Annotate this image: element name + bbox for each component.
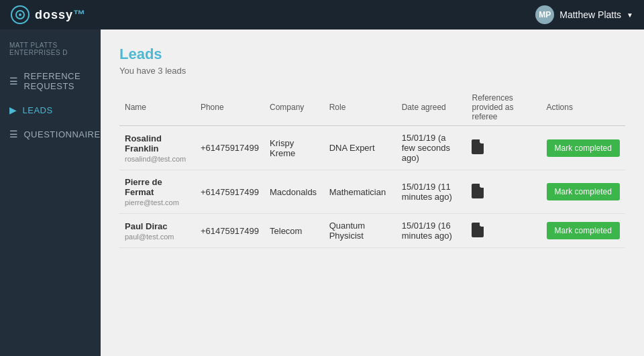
- cell-actions-0: Mark completed: [541, 126, 625, 170]
- page-title: Leads: [119, 46, 625, 63]
- user-name: Matthew Platts: [559, 9, 621, 20]
- cell-name-2: Paul Dirac paul@test.com: [119, 214, 195, 248]
- col-company: Company: [264, 89, 324, 126]
- cell-company-1: Macdonalds: [264, 170, 324, 214]
- list-icon: ☰: [9, 76, 19, 86]
- col-role: Role: [324, 89, 396, 126]
- cell-references-0: [466, 126, 541, 170]
- navbar: dossy™ MP Matthew Platts ▼: [0, 0, 644, 29]
- cell-phone-2: +61475917499: [195, 214, 264, 248]
- mark-completed-button-1[interactable]: Mark completed: [547, 183, 620, 200]
- brand-dot: [19, 13, 21, 16]
- cell-date-0: 15/01/19 (a few seconds ago): [396, 126, 467, 170]
- content-area: Leads You have 3 leads Name Phone Compan…: [101, 29, 644, 356]
- chevron-down-icon: ▼: [627, 11, 633, 19]
- cell-phone-0: +61475917499: [195, 126, 264, 170]
- main-layout: Matt Platts Enterprises D ☰ Reference Re…: [0, 29, 644, 356]
- cell-actions-1: Mark completed: [541, 170, 625, 214]
- brand-icon-inner: [15, 10, 25, 19]
- avatar-initials: MP: [539, 10, 551, 19]
- cell-role-2: Quantum Physicist: [324, 214, 396, 248]
- col-date-agreed: Date agreed: [396, 89, 467, 126]
- cell-date-2: 15/01/19 (16 minutes ago): [396, 214, 467, 248]
- file-icon: [472, 184, 484, 198]
- cell-name-1: Pierre de Fermat pierre@test.com: [119, 170, 195, 214]
- cell-role-1: Mathematician: [324, 170, 396, 214]
- questionnaires-icon: ☰: [9, 129, 19, 139]
- cell-phone-1: +61475917499: [195, 170, 264, 214]
- file-icon: [472, 223, 484, 237]
- cell-actions-2: Mark completed: [541, 214, 625, 248]
- sidebar: Matt Platts Enterprises D ☰ Reference Re…: [0, 29, 101, 356]
- brand-icon: [11, 5, 30, 24]
- mark-completed-button-2[interactable]: Mark completed: [547, 222, 620, 239]
- page-subtitle: You have 3 leads: [119, 66, 625, 76]
- org-label: Matt Platts Enterprises D: [0, 36, 101, 64]
- sidebar-item-leads[interactable]: ▶ Leads: [0, 98, 101, 122]
- col-references: References provided as referee: [466, 89, 541, 126]
- file-icon: [472, 139, 484, 154]
- cell-references-1: [466, 170, 541, 214]
- sidebar-item-reference-requests[interactable]: ☰ Reference Requests: [0, 64, 101, 98]
- lead-name-0: Rosalind Franklin: [125, 133, 162, 154]
- col-name: Name: [119, 89, 195, 126]
- cell-company-2: Telecom: [264, 214, 324, 248]
- table-header-row: Name Phone Company Role Date agreed Refe…: [119, 89, 625, 126]
- sidebar-item-leads-label: Leads: [23, 105, 53, 115]
- col-phone: Phone: [195, 89, 264, 126]
- col-actions: Actions: [541, 89, 625, 126]
- sidebar-item-questionnaires[interactable]: ☰ Questionnaires: [0, 122, 101, 146]
- avatar: MP: [535, 5, 554, 24]
- lead-name-2: Paul Dirac: [125, 221, 168, 231]
- brand-logo: dossy™: [11, 5, 86, 24]
- lead-email-1: pierre@test.com: [125, 198, 190, 206]
- cell-references-2: [466, 214, 541, 248]
- cell-name-0: Rosalind Franklin rosalind@test.com: [119, 126, 195, 170]
- sidebar-item-questionnaires-label: Questionnaires: [24, 129, 107, 139]
- table-row: Paul Dirac paul@test.com +61475917499 Te…: [119, 214, 625, 248]
- lead-name-1: Pierre de Fermat: [125, 177, 162, 197]
- cell-date-1: 15/01/19 (11 minutes ago): [396, 170, 467, 214]
- table-row: Pierre de Fermat pierre@test.com +614759…: [119, 170, 625, 214]
- user-menu[interactable]: MP Matthew Platts ▼: [535, 5, 633, 24]
- lead-email-0: rosalind@test.com: [125, 155, 190, 163]
- brand-suffix: ™: [73, 8, 86, 21]
- mark-completed-button-0[interactable]: Mark completed: [547, 139, 620, 157]
- sidebar-item-reference-requests-label: Reference Requests: [24, 71, 92, 91]
- brand-name: dossy™: [35, 8, 86, 22]
- leads-icon: ▶: [9, 105, 17, 115]
- cell-role-0: DNA Expert: [324, 126, 396, 170]
- lead-email-2: paul@test.com: [125, 233, 190, 241]
- table-row: Rosalind Franklin rosalind@test.com +614…: [119, 126, 625, 170]
- leads-table: Name Phone Company Role Date agreed Refe…: [119, 89, 625, 248]
- cell-company-0: Krispy Kreme: [264, 126, 324, 170]
